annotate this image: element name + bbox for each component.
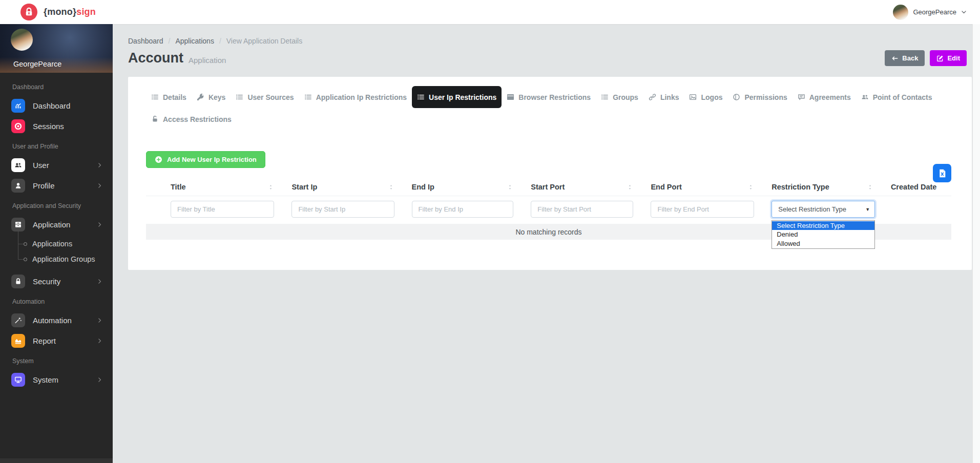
edit-button-label: Edit bbox=[947, 54, 960, 62]
column-header-end-port[interactable]: End Port bbox=[643, 183, 764, 191]
brand-text: {mono}sign bbox=[44, 7, 96, 17]
page-title: Account bbox=[128, 50, 183, 66]
archive-icon bbox=[11, 218, 25, 232]
chevron-right-icon bbox=[97, 183, 102, 188]
tab-point-of-contacts[interactable]: Point of Contacts bbox=[856, 86, 937, 108]
table-filter-row: Select Restriction Type▼Select Restricti… bbox=[146, 196, 951, 218]
column-header-created-date[interactable]: Created Date bbox=[884, 183, 951, 191]
filter-input-title[interactable] bbox=[171, 201, 274, 218]
tab-user-ip-restrictions[interactable]: User Ip Restrictions bbox=[412, 86, 502, 108]
sidebar-item-profile[interactable]: Profile bbox=[0, 175, 113, 196]
sidebar-item-system[interactable]: System bbox=[0, 369, 113, 390]
sidebar-item-security[interactable]: Security bbox=[0, 271, 113, 291]
restriction-type-select[interactable]: Select Restriction Type▼ bbox=[772, 201, 875, 218]
chevron-right-icon bbox=[97, 279, 102, 284]
page-subtitle: Application bbox=[189, 52, 226, 65]
back-button[interactable]: Back bbox=[885, 50, 925, 66]
tab-permissions[interactable]: Permissions bbox=[727, 86, 792, 108]
column-header-start-ip[interactable]: Start Ip bbox=[284, 183, 404, 191]
sort-icon bbox=[388, 184, 394, 191]
user-menu[interactable]: GeorgePearce bbox=[893, 5, 967, 20]
tab-label: Browser Restrictions bbox=[518, 93, 591, 101]
tab-label: Keys bbox=[208, 93, 225, 101]
sidebar-subitem-application-groups[interactable]: Application Groups bbox=[0, 251, 113, 267]
chart-icon bbox=[11, 99, 25, 113]
sidebar-item-sessions[interactable]: Sessions bbox=[0, 116, 113, 136]
filter-cell-start-ip bbox=[284, 201, 404, 218]
sidebar-section-application-and-security: Application and Security bbox=[0, 196, 113, 214]
chevron-right-icon bbox=[97, 222, 102, 227]
restriction-type-dropdown-panel: Select Restriction TypeDeniedAllowed bbox=[772, 220, 875, 249]
tab-application-ip-restrictions[interactable]: Application Ip Restrictions bbox=[299, 86, 412, 108]
column-header-label: Start Port bbox=[531, 183, 565, 191]
filter-input-end-port[interactable] bbox=[651, 201, 754, 218]
chevron-right-icon bbox=[97, 162, 102, 168]
tab-access-restrictions[interactable]: Access Restrictions bbox=[146, 108, 237, 130]
filter-cell-end-port bbox=[643, 201, 764, 218]
sidebar-subitem-applications[interactable]: Applications bbox=[0, 236, 113, 251]
dropdown-option-select-restriction-type[interactable]: Select Restriction Type bbox=[772, 221, 874, 230]
add-user-ip-restriction-button[interactable]: Add New User Ip Restriction bbox=[146, 151, 265, 168]
breadcrumb-current: View Application Details bbox=[226, 37, 302, 45]
edit-button[interactable]: Edit bbox=[930, 50, 967, 66]
user-avatar bbox=[893, 5, 908, 20]
filter-input-end-ip[interactable] bbox=[412, 201, 514, 218]
list-icon bbox=[236, 93, 243, 101]
tab-agreements[interactable]: Agreements bbox=[793, 86, 856, 108]
tab-label: Logos bbox=[701, 93, 722, 101]
filter-cell-start-port bbox=[524, 201, 643, 218]
filter-input-start-port[interactable] bbox=[531, 201, 633, 218]
key-icon bbox=[197, 93, 204, 101]
breadcrumb-dashboard[interactable]: Dashboard bbox=[128, 37, 163, 45]
sort-icon bbox=[507, 184, 513, 191]
sidebar-item-user[interactable]: User bbox=[0, 155, 113, 175]
tab-label: Links bbox=[660, 93, 679, 101]
lock-icon bbox=[11, 275, 25, 288]
sidebar-item-label: Application bbox=[33, 220, 97, 229]
filter-input-start-ip[interactable] bbox=[291, 201, 394, 218]
breadcrumb-applications[interactable]: Applications bbox=[175, 37, 214, 45]
tab-label: User Sources bbox=[247, 93, 294, 101]
column-header-restriction-type[interactable]: Restriction Type bbox=[764, 183, 884, 191]
sort-icon bbox=[627, 184, 633, 191]
tab-browser-restrictions[interactable]: Browser Restrictions bbox=[502, 86, 596, 108]
column-header-title[interactable]: Title bbox=[146, 183, 284, 191]
restrictions-table: TitleStart IpEnd IpStart PortEnd PortRes… bbox=[146, 183, 951, 240]
dropdown-option-allowed[interactable]: Allowed bbox=[772, 239, 874, 248]
tab-keys[interactable]: Keys bbox=[192, 86, 231, 108]
sidebar-item-report[interactable]: Report bbox=[0, 330, 113, 351]
tab-details[interactable]: Details bbox=[146, 86, 192, 108]
column-header-label: End Port bbox=[651, 183, 681, 191]
chevron-right-icon bbox=[97, 377, 102, 383]
brand-logo[interactable]: {mono}sign bbox=[20, 4, 96, 20]
sidebar: GeorgePearce DashboardDashboardSessionsU… bbox=[0, 24, 113, 463]
tab-groups[interactable]: Groups bbox=[596, 86, 643, 108]
tab-user-sources[interactable]: User Sources bbox=[231, 86, 299, 108]
column-header-label: Title bbox=[171, 183, 186, 191]
column-header-start-port[interactable]: Start Port bbox=[524, 183, 643, 191]
sidebar-profile-name: GeorgePearce bbox=[13, 60, 61, 68]
user-name: GeorgePearce bbox=[913, 8, 956, 16]
dropdown-option-denied[interactable]: Denied bbox=[772, 230, 874, 239]
tab-label: Point of Contacts bbox=[873, 93, 932, 101]
sidebar-avatar bbox=[11, 29, 33, 51]
tab-links[interactable]: Links bbox=[643, 86, 684, 108]
empty-table-text: No matching records bbox=[515, 228, 581, 236]
column-header-end-ip[interactable]: End Ip bbox=[405, 183, 524, 191]
record-icon bbox=[11, 119, 25, 133]
plus-circle-icon bbox=[155, 156, 162, 163]
filter-cell-restriction-type: Select Restriction Type▼Select Restricti… bbox=[764, 201, 884, 218]
export-excel-button[interactable] bbox=[933, 164, 951, 182]
main-content: Dashboard / Applications / View Applicat… bbox=[113, 24, 980, 463]
users-icon bbox=[11, 158, 25, 172]
bullet-icon bbox=[24, 258, 27, 261]
sidebar-item-dashboard[interactable]: Dashboard bbox=[0, 95, 113, 116]
arrow-left-icon bbox=[891, 55, 899, 62]
sidebar-item-automation[interactable]: Automation bbox=[0, 310, 113, 330]
tab-logos[interactable]: Logos bbox=[684, 86, 727, 108]
tab-label: Agreements bbox=[809, 93, 851, 101]
sidebar-item-application[interactable]: Application bbox=[0, 214, 113, 235]
sidebar-profile: GeorgePearce bbox=[0, 24, 113, 73]
tab-label: Permissions bbox=[744, 93, 787, 101]
vertical-scrollbar[interactable] bbox=[972, 24, 980, 463]
